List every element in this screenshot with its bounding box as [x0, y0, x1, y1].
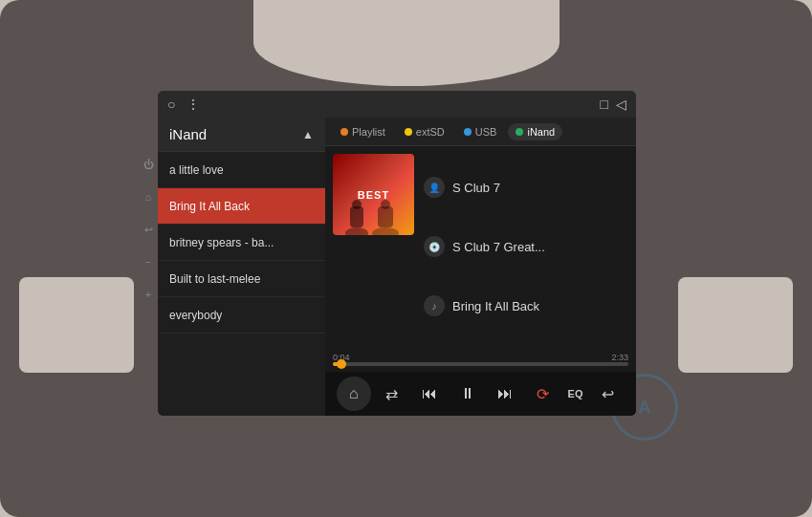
album-name: S Club 7 Great... [452, 240, 545, 254]
tab-dot-inand [516, 128, 523, 136]
album-art-inner: BEST [333, 154, 414, 235]
time-total: 2:33 [611, 353, 628, 362]
vol-up-icon[interactable]: + [142, 288, 155, 301]
player-main: BEST [325, 146, 636, 347]
tab-dot-playlist [340, 128, 348, 136]
next-button[interactable]: ⏭ [488, 377, 522, 411]
repeat-button[interactable]: ⟳ [526, 377, 560, 411]
left-speaker-cutout [19, 277, 134, 373]
home-dash-icon[interactable]: ⌂ [142, 190, 155, 204]
svg-rect-1 [350, 206, 363, 227]
eq-button[interactable]: EQ [564, 377, 587, 411]
status-icons-left: ○ ⋮ [167, 97, 601, 112]
svg-point-3 [372, 227, 399, 235]
playlist-item[interactable]: everybody [158, 297, 325, 334]
play-pause-button[interactable]: ⏸ [450, 377, 485, 411]
progress-times: 0:04 2:33 [333, 353, 628, 362]
prev-button[interactable]: ⏮ [412, 377, 447, 411]
progress-fill [333, 362, 341, 366]
track-info: 👤 S Club 7 💿 S Club 7 Great... [424, 154, 628, 339]
home-button[interactable]: ⌂ [337, 377, 371, 411]
note-icon: ♪ [432, 301, 437, 312]
main-content: iNand ▲ a little love Bring It All Back … [158, 118, 636, 416]
chevron-up-icon[interactable]: ▲ [302, 128, 314, 141]
playlist-item[interactable]: a little love [158, 152, 325, 188]
status-bar: ○ ⋮ □ ◁ [158, 91, 636, 118]
svg-point-5 [381, 200, 390, 209]
playlist-title: iNand [169, 126, 207, 142]
right-speaker-cutout [678, 277, 793, 373]
album-row: 💿 S Club 7 Great... [424, 236, 628, 257]
power-icon[interactable]: ⏻ [142, 158, 155, 171]
dots-icon: ⋮ [187, 97, 200, 112]
progress-handle[interactable] [337, 359, 346, 369]
person-icon: 👤 [428, 183, 440, 193]
vol-down-icon[interactable]: − [142, 255, 155, 269]
playlist-item[interactable]: Built to last-melee [158, 261, 325, 297]
playlist-panel: iNand ▲ a little love Bring It All Back … [158, 118, 325, 416]
square-nav-icon[interactable]: □ [601, 97, 608, 112]
playlist-item-active[interactable]: Bring It All Back [158, 188, 325, 225]
music-icon: ♪ [424, 295, 445, 316]
playlist-items: a little love Bring It All Back britney … [158, 152, 325, 416]
playlist-header: iNand ▲ [158, 118, 325, 152]
circle-icon: ○ [167, 97, 175, 112]
back-button[interactable]: ↩ [590, 377, 625, 411]
progress-area: 0:04 2:33 [325, 347, 636, 372]
shuffle-button[interactable]: ⇄ [374, 377, 408, 411]
player-panel: Playlist extSD USB iNand [325, 118, 636, 416]
back-dash-icon[interactable]: ↩ [142, 223, 155, 236]
back-nav-icon[interactable]: ◁ [616, 97, 626, 112]
tab-playlist[interactable]: Playlist [333, 123, 393, 140]
car-dash: A ⏻ ⌂ ↩ − + ○ ⋮ □ ◁ iNand ▲ [0, 0, 812, 517]
tab-inand[interactable]: iNand [508, 123, 562, 140]
progress-bar[interactable] [333, 362, 628, 366]
artist-icon: 👤 [424, 177, 445, 198]
tab-usb[interactable]: USB [456, 123, 505, 140]
album-icon: 💿 [424, 236, 445, 257]
dash-left-controls: ⏻ ⌂ ↩ − + [142, 158, 155, 301]
tab-dot-extsd [405, 128, 412, 136]
svg-point-2 [352, 200, 362, 209]
tab-extsd[interactable]: extSD [397, 123, 452, 140]
status-icons-right: □ ◁ [601, 97, 626, 112]
artist-name: S Club 7 [452, 181, 500, 195]
control-bar: ⌂ ⇄ ⏮ ⏸ ⏭ ⟳ [325, 372, 636, 416]
track-title: Bring It All Back [452, 299, 539, 313]
playlist-item[interactable]: britney spears - ba... [158, 225, 325, 261]
svg-point-0 [345, 227, 368, 235]
svg-rect-4 [378, 206, 393, 227]
album-art: BEST [333, 154, 414, 235]
disc-icon: 💿 [428, 242, 440, 252]
tab-dot-usb [464, 128, 472, 136]
top-arch-cutout [253, 0, 560, 86]
artist-row: 👤 S Club 7 [424, 177, 628, 198]
head-unit-screen: ○ ⋮ □ ◁ iNand ▲ a little love [158, 91, 636, 416]
track-row: ♪ Bring It All Back [424, 295, 628, 316]
source-tabs: Playlist extSD USB iNand [325, 118, 636, 146]
